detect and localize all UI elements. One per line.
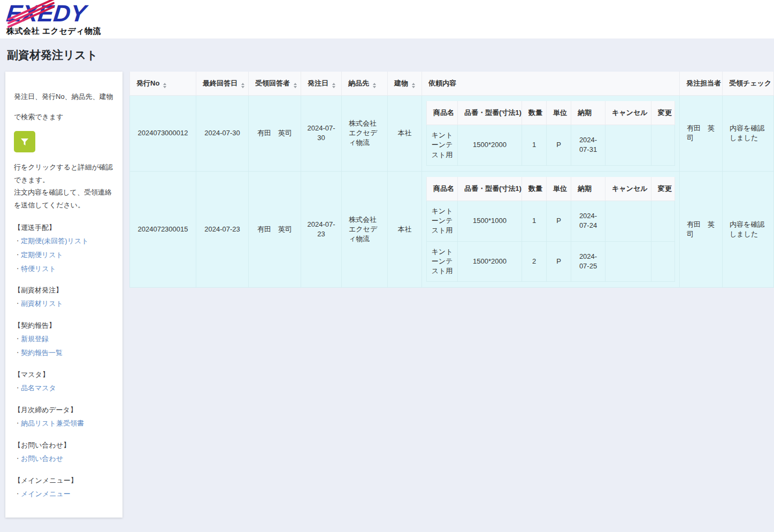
sort-down-arrow <box>332 86 335 88</box>
item-cancel-cell <box>606 201 652 241</box>
item-column-header: 商品名 <box>427 177 458 201</box>
menu-link-item: ・メインメニュー <box>14 489 114 499</box>
column-label: 納品先 <box>348 79 369 87</box>
sort-arrows-icon[interactable] <box>412 83 415 88</box>
sidebar-link[interactable]: 定期便(未回答)リスト <box>21 236 89 246</box>
item-column-header: 品番・型番(寸法1) <box>458 101 522 125</box>
column-header-8: 受領チェック <box>723 72 774 96</box>
bullet-icon: ・ <box>15 420 20 427</box>
sidebar-link[interactable]: 特便リスト <box>21 264 56 274</box>
item-row: キントーンテスト用1500*10001P2024-07-24 <box>427 201 675 241</box>
column-header-7: 発注担当者 <box>680 72 723 96</box>
sidebar-link[interactable]: 新規登録 <box>21 334 49 344</box>
sort-up-arrow <box>412 83 415 85</box>
item-quantity-cell: 1 <box>522 125 547 166</box>
page-title: 副資材発注リスト <box>0 38 774 72</box>
item-cancel-cell <box>606 241 652 282</box>
sidebar-link[interactable]: 副資材リスト <box>21 299 63 309</box>
bullet-icon: ・ <box>15 251 20 259</box>
item-header-row: 商品名品番・型番(寸法1)数量単位納期キャンセル変更 <box>427 177 675 201</box>
item-unit-cell: P <box>547 201 571 241</box>
item-change-cell <box>652 241 675 282</box>
menu-link-item: ・契約報告一覧 <box>14 348 114 358</box>
menu-section: 【副資材発注】・副資材リスト <box>14 286 114 309</box>
column-header-4[interactable]: 納品先 <box>342 72 388 96</box>
request-items-table: 商品名品番・型番(寸法1)数量単位納期キャンセル変更キントーンテスト用1500*… <box>426 177 675 282</box>
column-header-1[interactable]: 最終回答日 <box>196 72 249 96</box>
receipt-responder-cell: 有田 英司 <box>249 171 301 287</box>
item-unit-cell: P <box>547 125 571 166</box>
sidebar-link[interactable]: 品名マスタ <box>21 383 56 394</box>
sort-down-arrow <box>163 86 166 88</box>
order-row[interactable]: 20240730000122024-07-30有田 英司2024-07-30株式… <box>130 96 774 172</box>
column-header-6: 依頼内容 <box>422 72 680 96</box>
item-product-name-cell: キントーンテスト用 <box>427 201 458 241</box>
filter-button[interactable] <box>14 131 35 152</box>
item-change-cell <box>652 125 675 166</box>
sort-arrows-icon[interactable] <box>373 83 376 88</box>
table-body: 20240730000122024-07-30有田 英司2024-07-30株式… <box>130 96 774 288</box>
top-header-band: EXEDY 株式会社 エクセディ物流 <box>0 0 774 38</box>
menu-link-item: ・特便リスト <box>14 264 114 274</box>
building-cell: 本社 <box>388 96 422 172</box>
column-header-5[interactable]: 建物 <box>388 72 422 96</box>
sidebar-link[interactable]: お問い合わせ <box>21 454 63 464</box>
menu-link-item: ・納品リスト兼受領書 <box>14 419 114 429</box>
menu-section-title: 【お問い合わせ】 <box>14 441 114 450</box>
item-column-header: 単位 <box>547 101 571 125</box>
item-due-date-cell: 2024-07-31 <box>571 125 606 166</box>
sort-arrows-icon[interactable] <box>163 83 166 88</box>
sort-down-arrow <box>294 86 297 88</box>
request-items-table: 商品名品番・型番(寸法1)数量単位納期キャンセル変更キントーンテスト用1500*… <box>426 101 675 166</box>
order-date-cell: 2024-07-30 <box>301 96 342 172</box>
company-main: エクセディ物流 <box>42 26 101 35</box>
instructions-line-1: 行をクリックすると詳細が確認できます。 <box>14 161 114 186</box>
item-unit-cell: P <box>547 241 571 282</box>
item-column-header: キャンセル <box>606 177 652 201</box>
order-row[interactable]: 20240723000152024-07-23有田 英司2024-07-23株式… <box>130 171 774 287</box>
column-header-0[interactable]: 発行No <box>130 72 196 96</box>
column-header-3[interactable]: 発注日 <box>301 72 342 96</box>
menu-section: 【お問い合わせ】・お問い合わせ <box>14 441 114 464</box>
item-part-no-cell: 1500*2000 <box>458 125 522 166</box>
sort-down-arrow <box>241 86 244 88</box>
order-staff-cell: 有田 英司 <box>680 96 723 172</box>
company-prefix: 株式会社 <box>6 26 40 35</box>
main-table-area: 発行No最終回答日受領回答者発注日納品先建物依頼内容発注担当者受領チェック 20… <box>129 72 774 288</box>
menu-section-title: 【運送手配】 <box>14 223 114 233</box>
menu-link-item: ・新規登録 <box>14 334 114 344</box>
sidebar-link[interactable]: 契約報告一覧 <box>21 348 63 358</box>
menu-section: 【月次締めデータ】・納品リスト兼受領書 <box>14 405 114 429</box>
sidebar-menu: 【運送手配】・定期便(未回答)リスト・定期便リスト・特便リスト【副資材発注】・副… <box>14 223 114 499</box>
item-column-header: 変更 <box>652 177 675 201</box>
order-list-table: 発行No最終回答日受領回答者発注日納品先建物依頼内容発注担当者受領チェック 20… <box>129 72 774 288</box>
bullet-icon: ・ <box>15 384 20 392</box>
content-area: 発注日、発行No、納品先、建物で検索できます 行をクリックすると詳細が確認できま… <box>0 72 774 518</box>
sort-arrows-icon[interactable] <box>332 83 335 88</box>
item-product-name-cell: キントーンテスト用 <box>427 241 458 282</box>
item-due-date-cell: 2024-07-24 <box>571 201 606 241</box>
issue-no-cell: 2024073000012 <box>130 96 196 172</box>
sidebar-link[interactable]: 定期便リスト <box>21 250 63 260</box>
item-header-row: 商品名品番・型番(寸法1)数量単位納期キャンセル変更 <box>427 101 675 125</box>
column-header-2[interactable]: 受領回答者 <box>249 72 301 96</box>
delivery-destination-cell: 株式会社エクセディ物流 <box>342 96 388 172</box>
column-label: 建物 <box>394 79 408 87</box>
menu-link-item: ・定期便リスト <box>14 250 114 260</box>
sort-up-arrow <box>163 83 166 85</box>
delivery-destination-cell: 株式会社エクセディ物流 <box>342 171 388 287</box>
bullet-icon: ・ <box>15 335 20 343</box>
menu-section: 【メインメニュー】・メインメニュー <box>14 476 114 499</box>
receipt-check-cell: 内容を確認しました <box>723 171 774 287</box>
sidebar-link[interactable]: 納品リスト兼受領書 <box>21 419 84 429</box>
item-column-header: 数量 <box>522 177 547 201</box>
sort-arrows-icon[interactable] <box>241 83 244 88</box>
sidebar-link[interactable]: メインメニュー <box>21 489 71 499</box>
item-column-header: 商品名 <box>427 101 458 125</box>
exedy-logo: EXEDY 株式会社 エクセディ物流 <box>6 1 101 36</box>
sort-arrows-icon[interactable] <box>294 83 297 88</box>
building-cell: 本社 <box>388 171 422 287</box>
order-staff-cell: 有田 英司 <box>680 171 723 287</box>
item-column-header: 変更 <box>652 101 675 125</box>
menu-section-title: 【マスタ】 <box>14 370 114 380</box>
